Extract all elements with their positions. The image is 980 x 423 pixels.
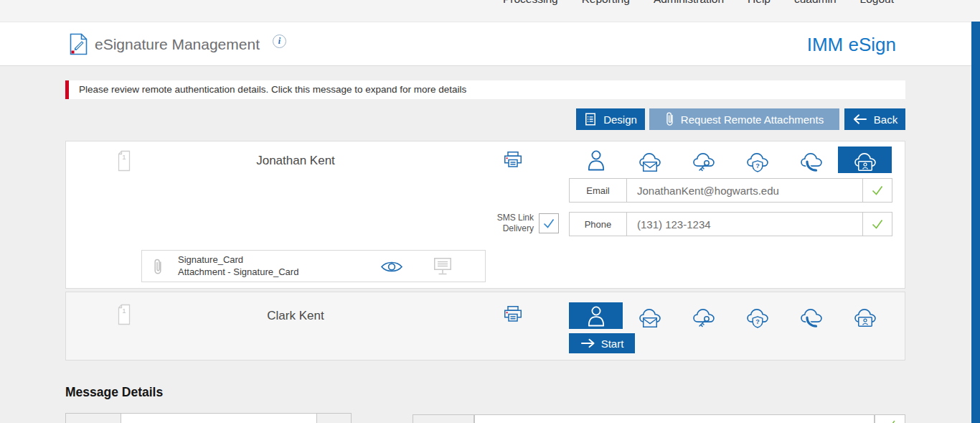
method-remote-id-verification-icon[interactable] [838, 147, 892, 173]
attachment-subtitle: Attachment - Signature_Card [178, 266, 298, 277]
green-check-icon [870, 217, 885, 231]
phone-label: Phone [570, 213, 627, 236]
method-cloud-email-icon[interactable] [623, 302, 677, 329]
design-button[interactable]: Design [576, 108, 645, 130]
method-remote-id-verification-icon[interactable] [838, 302, 892, 329]
blue-check-icon [542, 216, 556, 231]
svg-text:1: 1 [122, 153, 126, 161]
method-in-person-icon[interactable] [569, 147, 623, 173]
attachment-title: Signature_Card [178, 254, 243, 265]
method-cloud-security-question-icon[interactable]: ? [730, 302, 784, 329]
start-button[interactable]: Start [569, 333, 635, 353]
method-cloud-phone-icon[interactable] [784, 147, 838, 173]
info-icon[interactable]: i [273, 34, 286, 48]
method-cloud-phone-icon[interactable] [784, 302, 838, 329]
message-field-input[interactable] [121, 413, 317, 423]
message-details-heading: Message Details [65, 385, 163, 400]
signer-card-jonathan-kent: 1 Jonathan Kent [65, 141, 905, 289]
esign-page: Processing Reporting Administration Help… [0, 0, 980, 423]
preview-eye-icon[interactable] [380, 259, 403, 274]
method-cloud-key-icon[interactable] [677, 147, 730, 173]
method-cloud-security-question-icon[interactable]: ? [730, 147, 784, 173]
back-arrow-icon [852, 113, 867, 125]
nav-item-help[interactable]: Help [748, 0, 771, 6]
page-title: eSignature Management [95, 22, 260, 67]
svg-text:1: 1 [122, 307, 126, 315]
phone-valid-check [862, 212, 892, 236]
email-row: Email JonathanKent@hogwarts.edu [569, 178, 863, 203]
method-cloud-key-icon[interactable] [677, 302, 730, 329]
message-field-input[interactable] [474, 414, 875, 423]
sms-link-delivery-label: SMS Link Delivery [484, 213, 534, 234]
start-arrow-icon [580, 338, 595, 348]
print-icon[interactable] [502, 150, 524, 172]
back-button[interactable]: Back [844, 108, 905, 130]
email-label: Email [570, 179, 627, 202]
print-icon[interactable] [502, 305, 524, 326]
method-cloud-email-icon[interactable] [623, 147, 677, 173]
phone-row: Phone (131) 123-1234 [569, 212, 863, 236]
page-header: eSignature Management i IMM eSign [0, 22, 971, 66]
signing-method-selector: ? [569, 302, 892, 329]
email-valid-check [862, 178, 892, 203]
svg-text:?: ? [755, 162, 760, 169]
signer-card-clark-kent: 1 Clark Kent [65, 292, 905, 361]
paperclip-icon [665, 111, 674, 128]
green-check-icon [870, 183, 885, 197]
message-field-label-box [65, 413, 121, 423]
nav-item-reporting[interactable]: Reporting [582, 0, 630, 6]
signing-method-selector: ? [569, 147, 892, 173]
nav-item-administration[interactable]: Administration [654, 0, 724, 6]
document-count-icon: 1 [116, 149, 133, 172]
esignature-document-icon [68, 32, 89, 56]
message-field-addon[interactable] [316, 413, 352, 423]
scrollbar-thumb[interactable] [971, 22, 980, 423]
request-remote-attachments-button[interactable]: Request Remote Attachments [649, 108, 839, 130]
nav-menu: Processing Reporting Administration Help… [503, 0, 894, 6]
nav-item-processing[interactable]: Processing [503, 0, 558, 6]
attachment-row-signature-card: Signature_Card Attachment - Signature_Ca… [141, 250, 486, 282]
alert-banner[interactable]: Please review remote authentication deta… [65, 80, 905, 99]
green-check-icon [884, 418, 897, 423]
svg-text:?: ? [755, 318, 760, 325]
message-field-valid-check [875, 414, 905, 423]
sms-link-delivery-checkbox[interactable] [539, 213, 559, 233]
display-on-monitor-icon[interactable] [432, 256, 453, 276]
phone-value-field[interactable]: (131) 123-1234 [627, 213, 862, 236]
email-value-field[interactable]: JonathanKent@hogwarts.edu [627, 179, 862, 202]
top-navigation: Processing Reporting Administration Help… [0, 0, 980, 22]
brand-logo: IMM eSign [807, 22, 896, 67]
message-field-label-box [413, 414, 474, 423]
document-count-icon: 1 [116, 303, 133, 326]
nav-item-logout[interactable]: Logout [860, 0, 894, 6]
signer-name: Jonathan Kent [181, 154, 410, 168]
method-in-person-icon[interactable] [569, 302, 623, 329]
paperclip-icon [153, 257, 163, 276]
nav-item-user-cuadmin[interactable]: cuadmin [794, 0, 837, 6]
signer-name: Clark Kent [181, 309, 410, 323]
alert-message: Please review remote authentication deta… [79, 84, 466, 95]
design-document-icon [584, 112, 597, 126]
